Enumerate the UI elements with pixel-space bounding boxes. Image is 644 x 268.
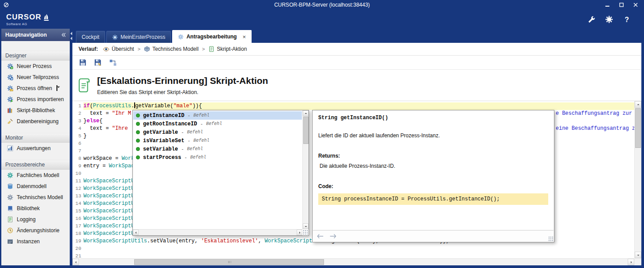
scroll-right-icon[interactable] (297, 230, 302, 235)
doc-code-label: Code: (318, 183, 548, 189)
autocomplete-popup: getInstanceID - BefehlgetRootInstanceID … (132, 110, 309, 236)
scroll-left-icon[interactable] (133, 230, 139, 235)
sidebar-item-prozess-importieren[interactable]: Prozess importieren (1, 94, 70, 105)
editor-vertical-scrollbar[interactable] (634, 101, 641, 258)
doc-resize-grip[interactable] (548, 236, 554, 242)
hscroll-thumb[interactable] (134, 259, 324, 265)
sidebar-item-datenmodell[interactable]: Datenmodell (1, 181, 70, 192)
subprocess-new-icon (7, 74, 13, 80)
vscroll-thumb[interactable] (635, 108, 641, 148)
scroll-up-icon[interactable] (303, 110, 309, 116)
reports-icon (7, 145, 13, 151)
autocomplete-item-name: getVariable (143, 129, 178, 136)
section-header-monitor[interactable]: Monitor (1, 133, 70, 143)
scroll-down-icon[interactable] (303, 223, 309, 229)
code-token: "Ihre (112, 125, 128, 132)
maximize-button[interactable] (617, 1, 626, 8)
code-token: WorkSpaceScriptUtils (83, 238, 147, 244)
script-editor[interactable]: 123456789101112131415161718192021 if(Pro… (72, 101, 641, 265)
autocomplete-item-getinstanceid[interactable]: getInstanceID - Befehl (133, 111, 302, 120)
editor-horizontal-scrollbar[interactable] (72, 258, 634, 265)
save-button[interactable] (77, 57, 88, 68)
section-header-prozessbereiche[interactable]: Prozessbereiche (1, 160, 70, 170)
scrollbar-corner (634, 258, 641, 265)
splitter-collapse-icon[interactable] (70, 32, 72, 35)
doc-back-icon[interactable] (317, 234, 324, 239)
code-token: entry = (83, 163, 109, 169)
doc-forward-icon[interactable] (329, 234, 336, 239)
close-button[interactable] (631, 1, 640, 8)
code-token: text = (83, 125, 112, 132)
scroll-left-icon[interactable] (72, 259, 79, 265)
sidebar-item-technisches-modell[interactable]: Technisches Modell (1, 192, 70, 203)
sidebar-title: Hauptnavigation (5, 32, 47, 38)
autocomplete-item-setvariable[interactable]: setVariable - Befehl (133, 145, 302, 153)
scroll-right-icon[interactable] (628, 259, 634, 265)
sidebar-item-logging[interactable]: Logging (1, 214, 70, 225)
autocomplete-separator: - (181, 130, 184, 135)
code-token: , (258, 238, 264, 244)
code-token: ProcessUtils (93, 103, 131, 109)
settings-wrench-button[interactable] (587, 15, 596, 24)
autocomplete-item-isvariableset[interactable]: isVariableSet - Befehl (133, 136, 302, 145)
sidebar-item-bibliothek[interactable]: Bibliothek (1, 203, 70, 214)
popup-vertical-scrollbar[interactable] (302, 110, 309, 229)
sidebar-item-aenderungshistorie[interactable]: Änderungshistorie (1, 225, 70, 236)
line-number: 10 (72, 170, 81, 177)
check-script-button[interactable] (107, 57, 118, 68)
autocomplete-separator: - (200, 121, 203, 127)
page-header: [Eskalations-Erinnerung] Skript-Aktion E… (72, 70, 641, 101)
popup-vscroll-thumb[interactable] (303, 117, 309, 144)
sidebar-header[interactable]: Hauptnavigation (1, 29, 70, 41)
sidebar-item-neuer-prozess[interactable]: Neuer Prozess (1, 60, 70, 72)
help-button[interactable]: ? (622, 15, 632, 24)
line-number: 5 (72, 132, 81, 140)
doc-footer (313, 230, 554, 242)
save-as-button[interactable] (92, 57, 103, 68)
tab-meinersterprozess[interactable]: MeinErsterProzess (106, 31, 171, 43)
code-token: "Ihr M (112, 110, 131, 117)
method-dot-icon (136, 122, 140, 126)
scroll-down-icon[interactable] (635, 252, 641, 258)
code-token: . (131, 103, 134, 109)
breadcrumb: Verlauf: Übersicht>Technisches Modell>Sk… (72, 43, 641, 56)
admin-gear-button[interactable] (604, 15, 614, 24)
code-fragment: eine Beschaffungsantrag z (556, 125, 634, 132)
brand-logo: CURSOR Software AG (6, 13, 50, 26)
line-number: 2 (72, 110, 81, 117)
autocomplete-item-type: Befehl (187, 147, 203, 151)
breadcrumb-item-technisches-modell[interactable]: Technisches Modell (144, 46, 199, 52)
sidebar-item-instanzen[interactable]: Instanzen (1, 236, 70, 247)
titlebar[interactable]: CURSOR-BPM-Server (localhost:38443) (0, 0, 644, 10)
minimize-button[interactable] (603, 1, 612, 8)
sidebar-item-auswertungen[interactable]: Auswertungen (1, 143, 70, 154)
popup-resize-grip[interactable] (303, 230, 308, 235)
chevrons-left-icon[interactable] (60, 32, 66, 38)
sidebar-item-label: Instanzen (17, 238, 40, 245)
breadcrumb-item-skript-aktion[interactable]: Skript-Aktion (208, 46, 247, 52)
section-header-designer[interactable]: Designer (1, 51, 70, 60)
autocomplete-item-type: Befehl (193, 138, 209, 143)
page-subtitle: Editieren Sie das Skript einer Skript-Ak… (97, 89, 268, 95)
process-new-icon (7, 63, 13, 69)
tab-cockpit[interactable]: Cockpit (76, 31, 105, 43)
popup-horizontal-scrollbar[interactable] (133, 229, 302, 235)
splitter-collapse-icon[interactable] (70, 37, 72, 40)
sidebar-item-fachliches-modell[interactable]: Fachliches Modell (1, 170, 70, 181)
sidebar-section-designer: DesignerNeuer ProzessNeuer TeilprozessPr… (1, 51, 70, 127)
sidebar-item-prozess-oeffnen[interactable]: Prozess öffnen (1, 83, 70, 94)
tab-antragsbearbeitung[interactable]: Antragsbearbeitung× (172, 30, 252, 43)
sidebar-item-datenbereinigung[interactable]: Datenbereinigung (1, 116, 70, 127)
autocomplete-item-getrootinstanceid[interactable]: getRootInstanceID - Befehl (133, 120, 302, 128)
sidebar-item-neuer-teilprozess[interactable]: Neuer Teilprozess (1, 72, 70, 83)
autocomplete-item-startprocess[interactable]: startProcess - Befehl (133, 153, 302, 162)
scroll-up-icon[interactable] (635, 101, 641, 108)
sidebar-item-skript-bibliothek[interactable]: Skript-Bibliothek (1, 105, 70, 116)
code-token: if (83, 103, 90, 109)
line-number: 21 (72, 253, 81, 258)
autocomplete-item-getvariable[interactable]: getVariable - Befehl (133, 128, 302, 136)
sidebar-item-label: Datenbereinigung (17, 118, 59, 125)
breadcrumb-separator: > (138, 46, 140, 52)
close-tab-icon[interactable]: × (242, 34, 246, 40)
breadcrumb-item-uebersicht[interactable]: Übersicht (103, 46, 134, 53)
